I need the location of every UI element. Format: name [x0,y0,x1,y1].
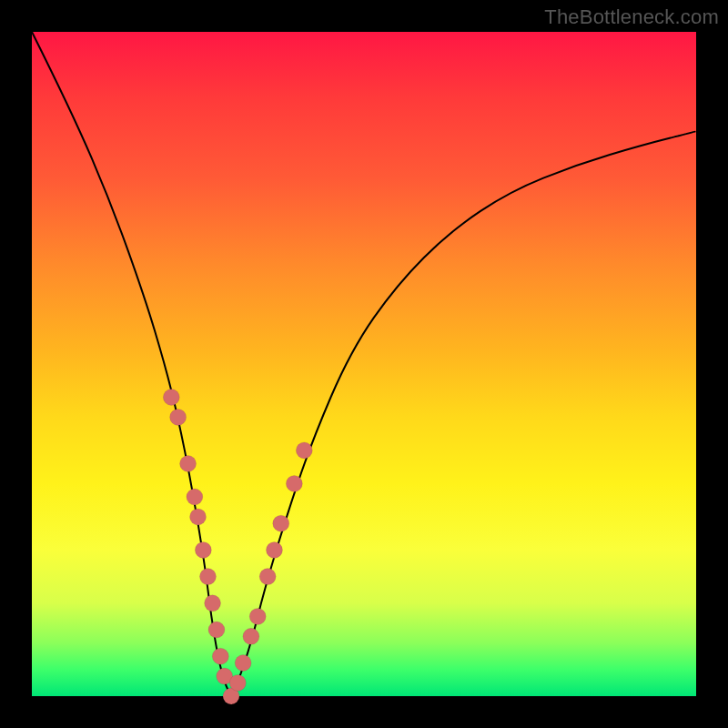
bead-point [243,628,259,644]
bead-point [195,541,211,558]
bead-point [259,569,276,585]
bottleneck-curve [32,32,696,693]
bead-point [199,569,216,585]
bead-point [180,456,197,472]
bead-point [190,509,207,525]
bead-point [170,409,187,425]
bead-point [273,515,289,531]
bead-point [249,608,266,624]
bead-point [266,541,282,558]
bead-point [187,489,203,505]
watermark-text: TheBottleneck.com [544,5,719,29]
bead-point [208,622,225,638]
bead-point [286,475,302,491]
bead-point [163,389,179,406]
highlight-beads [163,389,312,705]
bead-point [235,655,251,672]
bead-point [296,442,312,459]
bead-point [229,674,246,691]
chart-stage: TheBottleneck.com [0,0,728,728]
bead-point [205,595,221,612]
plot-area [32,32,696,696]
curve-layer [32,32,696,696]
bead-point [212,648,228,664]
